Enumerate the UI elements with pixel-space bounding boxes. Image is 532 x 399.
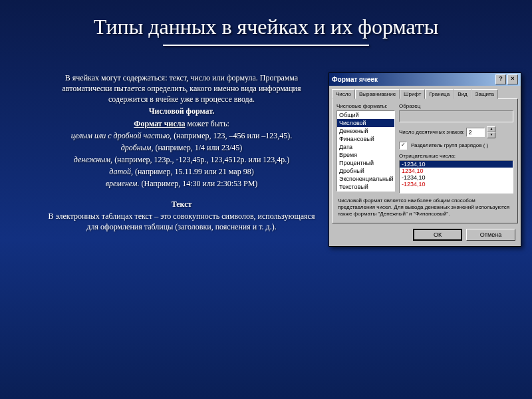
format-item[interactable]: Время: [337, 151, 394, 159]
line-fraction: дробным, (например, 1/4 или 23/45): [45, 142, 318, 153]
dialog-titlebar: Формат ячеек ? ×: [329, 73, 521, 86]
up-icon[interactable]: ▲: [487, 126, 495, 132]
slide: Типы данных в ячейках и их форматы В яче…: [0, 0, 532, 399]
line-currency: денежным, (например, 123р., -123,45р., 1…: [45, 154, 318, 165]
separator-row: ✓ Разделитель групп разрядов ( ): [399, 142, 513, 150]
negative-item[interactable]: 1234,10: [400, 168, 513, 174]
decimals-input[interactable]: 2: [466, 128, 485, 137]
line-date: датой, (например, 15.11.99 или 21 мар 98…: [45, 166, 318, 177]
negative-item[interactable]: -1234,10: [400, 161, 513, 168]
text-body: В электронных таблицах текст – это совок…: [45, 211, 318, 232]
tab-panel: Числовые форматы: Общий Числовой Денежны…: [332, 98, 518, 223]
format-item[interactable]: Экспоненциальный: [337, 175, 394, 183]
format-item[interactable]: Дробный: [337, 167, 394, 175]
help-button[interactable]: ?: [495, 74, 506, 84]
tab-view[interactable]: Вид: [454, 89, 471, 99]
tab-font[interactable]: Шрифт: [400, 89, 425, 99]
options-column: Образец Число десятичных знаков: 2 ▲▼ ✓ …: [399, 103, 513, 194]
format-item[interactable]: Общий: [337, 111, 394, 119]
decimals-label: Число десятичных знаков:: [399, 129, 464, 135]
sample-box: [399, 110, 513, 122]
dialog-title: Формат ячеек: [332, 76, 494, 83]
format-item[interactable]: Дата: [337, 143, 394, 151]
decimals-row: Число десятичных знаков: 2 ▲▼: [399, 126, 513, 138]
tab-border[interactable]: Граница: [425, 89, 454, 99]
line-time: временем. (Например, 14:30 или 2:30:53 P…: [45, 178, 318, 189]
tab-alignment[interactable]: Выравнивание: [355, 89, 400, 99]
format-item[interactable]: Денежный: [337, 127, 394, 135]
format-item[interactable]: Дополнительный: [337, 191, 394, 192]
content-row: В ячейках могут содержаться: текст, числ…: [0, 46, 532, 247]
text-heading: Текст: [45, 199, 318, 209]
negative-item[interactable]: -1234,10: [400, 181, 513, 188]
formats-label: Числовые форматы:: [336, 103, 395, 109]
formats-column: Числовые форматы: Общий Числовой Денежны…: [336, 103, 395, 194]
format-item[interactable]: Финансовый: [337, 135, 394, 143]
sample-label: Образец: [399, 103, 513, 109]
numfmt-lead: Формат числа может быть:: [45, 118, 318, 129]
format-item[interactable]: Текстовый: [337, 183, 394, 191]
ok-button[interactable]: ОК: [413, 229, 462, 241]
separator-label: Разделитель групп разрядов ( ): [411, 142, 488, 148]
negative-listbox[interactable]: -1234,10 1234,10 -1234,10 -1234,10: [399, 160, 513, 194]
format-cells-dialog: Формат ячеек ? × Число Выравнивание Шриф…: [329, 72, 521, 247]
separator-checkbox[interactable]: ✓: [399, 142, 407, 150]
slide-title: Типы данных в ячейках и их форматы: [0, 0, 532, 45]
format-description: Числовой формат является наиболее общим …: [338, 198, 512, 217]
negative-label: Отрицательные числа:: [399, 153, 513, 159]
tab-number[interactable]: Число: [332, 89, 355, 99]
cancel-button[interactable]: Отмена: [466, 229, 515, 241]
formats-listbox[interactable]: Общий Числовой Денежный Финансовый Дата …: [336, 110, 395, 192]
tab-protection[interactable]: Защита: [471, 89, 498, 99]
line-integer: целым или с дробной частью, (например, 1…: [45, 130, 318, 141]
intro-text: В ячейках могут содержаться: текст, числ…: [45, 72, 318, 105]
tabstrip: Число Выравнивание Шрифт Граница Вид Защ…: [329, 86, 521, 98]
numfmt-heading: Числовой формат.: [45, 106, 318, 116]
format-item-selected[interactable]: Числовой: [337, 119, 394, 127]
close-button[interactable]: ×: [507, 74, 518, 84]
negative-item[interactable]: -1234,10: [400, 174, 513, 181]
down-icon[interactable]: ▼: [487, 132, 495, 138]
panel-row: Числовые форматы: Общий Числовой Денежны…: [336, 103, 513, 194]
decimals-spinner[interactable]: ▲▼: [487, 126, 495, 138]
dialog-buttons: ОК Отмена: [329, 226, 521, 246]
format-item[interactable]: Процентный: [337, 159, 394, 167]
text-column: В ячейках могут содержаться: текст, числ…: [45, 72, 318, 247]
